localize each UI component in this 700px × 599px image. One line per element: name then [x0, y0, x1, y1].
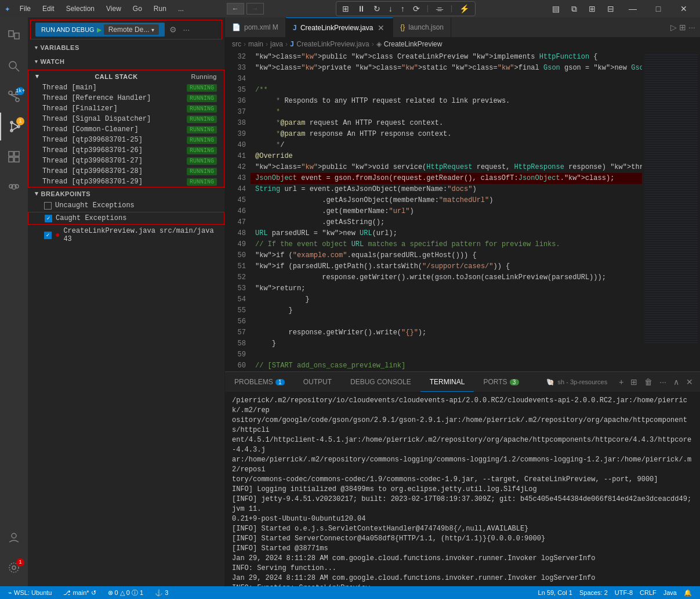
menu-go[interactable]: Go: [128, 3, 147, 14]
status-spaces[interactable]: Spaces: 2: [576, 589, 611, 596]
maximize-panel-btn[interactable]: ∧: [671, 376, 681, 388]
activity-cloud[interactable]: [0, 173, 28, 201]
menu-selection[interactable]: Selection: [61, 3, 99, 14]
thread-status-badge: RUNNING: [187, 178, 217, 186]
call-stack-threads: Thread [main]RUNNINGThread [Reference Ha…: [28, 82, 224, 187]
run-code-btn[interactable]: ▷: [670, 23, 677, 32]
activity-settings[interactable]: 1: [0, 554, 28, 582]
thread-status-badge: RUNNING: [187, 84, 217, 92]
debug-step-out-btn[interactable]: ⟳: [411, 3, 422, 15]
remote-debug-dropdown[interactable]: Remote De... ▾: [104, 24, 159, 35]
terminal-content[interactable]: /pierrick/.m2/repository/io/cloudevents/…: [225, 392, 700, 586]
debug-layout-btn[interactable]: ⊞: [340, 3, 351, 15]
panel-tab-output[interactable]: OUTPUT: [294, 372, 341, 392]
status-branch[interactable]: ⎇ main* ↺: [60, 586, 99, 599]
layout-btn3[interactable]: ⊞: [584, 2, 600, 15]
debug-restart-btn[interactable]: ↻: [371, 3, 383, 15]
call-stack-thread-4[interactable]: Thread [Common-Cleaner]RUNNING: [28, 124, 224, 135]
call-stack-thread-6[interactable]: Thread [qtp399683701-26]RUNNING: [28, 145, 224, 156]
tab-pom-xml[interactable]: 📄 pom.xml M: [225, 17, 286, 37]
breakpoint-item-2[interactable]: ✓●CreateLinkPreview.java src/main/java 4…: [28, 225, 224, 245]
layout-btn1[interactable]: ▤: [547, 2, 564, 15]
breakpoint-checkbox[interactable]: [44, 202, 52, 210]
debug-pause-btn[interactable]: ⏸: [355, 3, 368, 15]
breakpoints-header[interactable]: ▾ BREAKPOINTS: [28, 187, 224, 200]
activity-remote[interactable]: [0, 524, 28, 551]
call-stack-thread-8[interactable]: Thread [qtp399683701-28]RUNNING: [28, 166, 224, 176]
code-editor[interactable]: 3233343536373839404142●43444546474849505…: [225, 50, 642, 371]
tab-create-link-label: CreateLinkPreview.java: [300, 24, 373, 32]
status-language[interactable]: Java: [660, 589, 680, 596]
layout-btn4[interactable]: ⊟: [603, 2, 619, 15]
menu-run[interactable]: Run: [149, 3, 171, 14]
tab-close-btn[interactable]: ✕: [376, 23, 386, 33]
status-encoding[interactable]: UTF-8: [611, 589, 636, 596]
tab-launch-json[interactable]: {} launch.json: [393, 17, 451, 37]
more-tab-btn[interactable]: ···: [688, 23, 695, 32]
nav-back[interactable]: ←: [227, 3, 244, 15]
variables-section-header[interactable]: ▾ VARIABLES: [28, 42, 224, 53]
status-wsl[interactable]: ⌁ WSL: Ubuntu: [5, 586, 55, 599]
status-notifications[interactable]: 🔔: [680, 589, 695, 597]
call-stack-thread-0[interactable]: Thread [main]RUNNING: [28, 82, 224, 93]
breakpoint-item-0[interactable]: Uncaught Exceptions: [28, 200, 224, 211]
nav-forward[interactable]: →: [246, 3, 264, 15]
debug-step-over-btn[interactable]: ↓: [386, 3, 395, 15]
debug-connect-btn[interactable]: ⌯: [433, 3, 446, 15]
breadcrumb-java[interactable]: java: [270, 40, 283, 48]
breakpoint-checkbox[interactable]: ✓: [45, 215, 52, 222]
breadcrumb-class[interactable]: CreateLinkPreview: [384, 40, 443, 48]
tab-create-link-preview[interactable]: J CreateLinkPreview.java ✕: [286, 17, 394, 37]
status-errors[interactable]: ⊗ 0 △ 0 ⓘ 1: [104, 586, 147, 599]
breadcrumb-main[interactable]: main: [248, 40, 263, 48]
maximize-btn[interactable]: □: [647, 2, 670, 15]
add-terminal-btn[interactable]: +: [616, 376, 626, 388]
more-terminal-btn[interactable]: ···: [657, 376, 669, 388]
call-stack-thread-5[interactable]: Thread [qtp399683701-25]RUNNING: [28, 135, 224, 145]
breadcrumb-src[interactable]: src: [232, 40, 241, 48]
panel-tab-debug-console[interactable]: DEBUG CONSOLE: [341, 372, 420, 392]
activity-search[interactable]: [0, 52, 28, 80]
activity-extensions[interactable]: [0, 143, 28, 171]
menu-view[interactable]: View: [101, 3, 126, 14]
status-eol[interactable]: CRLF: [636, 589, 660, 596]
activity-explorer[interactable]: [0, 22, 28, 50]
code-content[interactable]: "kw">class="kw">public "kw">class Create…: [251, 50, 642, 371]
call-stack-thread-9[interactable]: Thread [qtp399683701-29]RUNNING: [28, 176, 224, 187]
status-ports[interactable]: ⚓ 3: [151, 586, 172, 599]
close-panel-btn[interactable]: ✕: [684, 376, 695, 388]
menu-file[interactable]: File: [15, 3, 35, 14]
breakpoint-label: CreateLinkPreview.java src/main/java 43: [63, 227, 217, 243]
settings-icon-btn[interactable]: ⚙: [168, 24, 178, 35]
watch-section-header[interactable]: ▾ WATCH: [28, 56, 224, 67]
menu-more[interactable]: ...: [173, 3, 188, 14]
breadcrumb-file[interactable]: CreateLinkPreview.java: [296, 40, 369, 48]
minimize-btn[interactable]: —: [621, 2, 644, 15]
close-btn[interactable]: ✕: [672, 2, 695, 15]
debug-toolbar: ⊞ ⏸ ↻ ↓ ↑ ⟳ | ⌯ | ⚡: [336, 1, 476, 16]
panel-tab-terminal[interactable]: TERMINAL: [420, 372, 474, 392]
split-terminal-btn[interactable]: ⊞: [628, 376, 640, 388]
activity-run-debug[interactable]: 1: [0, 113, 28, 140]
debug-lightning-btn[interactable]: ⚡: [457, 3, 471, 15]
call-stack-thread-3[interactable]: Thread [Signal Dispatcher]RUNNING: [28, 114, 224, 124]
breakpoint-item-1[interactable]: ✓Caught Exceptions: [28, 212, 224, 225]
menu-edit[interactable]: Edit: [38, 3, 59, 14]
call-stack-thread-7[interactable]: Thread [qtp399683701-27]RUNNING: [28, 156, 224, 166]
output-label: OUTPUT: [303, 378, 332, 386]
debug-step-into-btn[interactable]: ↑: [398, 3, 407, 15]
status-position[interactable]: Ln 59, Col 1: [535, 589, 576, 596]
run-debug-button[interactable]: RUN AND DEBUG ▶ Remote De... ▾: [35, 23, 165, 37]
call-stack-header[interactable]: ▾ CALL STACK Running: [28, 70, 224, 82]
breakpoint-label: Caught Exceptions: [56, 214, 126, 222]
panel-tab-problems[interactable]: PROBLEMS 1: [225, 372, 294, 392]
kill-terminal-btn[interactable]: 🗑: [642, 376, 655, 388]
breakpoint-checkbox[interactable]: ✓: [44, 232, 52, 239]
more-options-btn[interactable]: ···: [182, 24, 191, 35]
layout-btn2[interactable]: ⧉: [567, 2, 582, 15]
activity-source-control[interactable]: 1k+: [0, 82, 28, 110]
call-stack-thread-1[interactable]: Thread [Reference Handler]RUNNING: [28, 93, 224, 103]
call-stack-thread-2[interactable]: Thread [Finalizer]RUNNING: [28, 103, 224, 114]
panel-tab-ports[interactable]: PORTS 3: [474, 372, 528, 392]
split-editor-btn[interactable]: ⊞: [679, 23, 686, 32]
